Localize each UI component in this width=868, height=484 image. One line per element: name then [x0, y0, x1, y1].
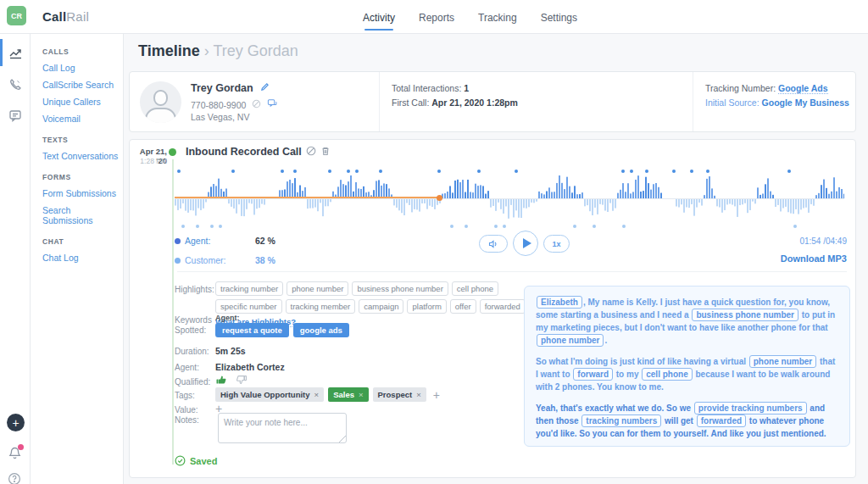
- waveform-canvas[interactable]: [175, 175, 844, 223]
- volume-button[interactable]: [479, 235, 508, 253]
- keyword-chip-request-a-quote[interactable]: request a quote: [215, 323, 289, 337]
- speaker-marker-dot[interactable]: [210, 225, 214, 228]
- keyword-marker-dot[interactable]: [281, 170, 284, 173]
- playback-progress-bar[interactable]: [175, 197, 439, 198]
- activity-chart-icon[interactable]: [0, 41, 31, 64]
- block-number-icon[interactable]: [249, 100, 261, 110]
- transcript-highlight-chip[interactable]: cell phone: [642, 368, 692, 381]
- speaker-marker-dot[interactable]: [219, 225, 222, 228]
- speaker-marker-dot[interactable]: [573, 225, 576, 228]
- speaker-marker-dot[interactable]: [450, 225, 453, 228]
- phone-calls-icon[interactable]: [0, 73, 31, 97]
- transcript-highlight-chip[interactable]: forward: [573, 368, 613, 381]
- sidebar-item-search-submissions[interactable]: Search Submissions: [42, 202, 123, 229]
- callrail-wordmark[interactable]: CallRail: [42, 9, 89, 24]
- sidebar-item-callscribe-search[interactable]: CallScribe Search: [42, 76, 123, 93]
- transcript-highlight-chip[interactable]: tracking numbers: [581, 414, 661, 427]
- highlight-chip-cell-phone[interactable]: cell phone: [452, 281, 498, 296]
- sidebar-item-call-log[interactable]: Call Log: [42, 59, 123, 76]
- add-icon[interactable]: +: [7, 414, 25, 431]
- transcript-highlight-chip[interactable]: provide tracking numbers: [694, 402, 807, 414]
- keyword-marker-dot[interactable]: [706, 170, 709, 173]
- chat-bubble-icon[interactable]: [0, 103, 31, 127]
- play-button[interactable]: [513, 231, 538, 256]
- highlight-chip-specific-number[interactable]: specific number: [215, 299, 282, 314]
- keyword-marker-dot[interactable]: [328, 170, 331, 173]
- breadcrumb-section[interactable]: Timeline: [138, 42, 200, 59]
- keyword-marker-dot[interactable]: [231, 170, 235, 173]
- keyword-marker-dot[interactable]: [347, 170, 350, 173]
- agent-dot-icon: [175, 238, 181, 244]
- keyword-marker-dot[interactable]: [477, 170, 481, 173]
- speaker-marker-dot[interactable]: [494, 225, 498, 228]
- keyword-marker-dot[interactable]: [379, 170, 382, 173]
- remove-tag-icon[interactable]: ×: [416, 390, 421, 399]
- remove-tag-icon[interactable]: ×: [314, 390, 320, 399]
- keyword-marker-dot[interactable]: [630, 170, 633, 173]
- top-nav-reports[interactable]: Reports: [419, 10, 454, 24]
- transcript-highlight-chip[interactable]: phone number: [537, 334, 604, 347]
- keyword-marker-dot[interactable]: [787, 170, 791, 173]
- top-nav-activity[interactable]: Activity: [363, 10, 395, 24]
- top-nav-tracking[interactable]: Tracking: [478, 10, 517, 24]
- delete-call-icon[interactable]: [320, 146, 331, 156]
- callrail-logo-badge[interactable]: CR: [7, 6, 26, 25]
- tracking-number-link[interactable]: Google Ads: [778, 83, 828, 94]
- highlight-chip-phone-number[interactable]: phone number: [287, 281, 348, 296]
- send-sms-icon[interactable]: [264, 100, 277, 110]
- thumbs-up-icon[interactable]: [215, 374, 227, 386]
- sidebar-item-unique-callers[interactable]: Unique Callers: [42, 93, 123, 110]
- call-card: Apr 21, '20 1:28 PM Inbound Recorded Cal…: [129, 139, 856, 478]
- keyword-marker-dot[interactable]: [437, 170, 441, 173]
- notifications-bell-icon[interactable]: [8, 446, 22, 460]
- highlight-chip-forwarded[interactable]: forwarded: [480, 299, 526, 314]
- keyword-marker-dot[interactable]: [645, 170, 648, 173]
- speaker-marker-dot[interactable]: [465, 225, 468, 228]
- help-icon[interactable]: [8, 472, 21, 484]
- keyword-marker-dot[interactable]: [293, 170, 297, 173]
- top-nav-settings[interactable]: Settings: [541, 10, 577, 24]
- tag-chip-prospect[interactable]: Prospect×: [373, 387, 426, 402]
- keyword-chip-google-ads[interactable]: google ads: [293, 323, 349, 337]
- remove-tag-icon[interactable]: ×: [359, 390, 364, 399]
- keyword-marker-dot[interactable]: [690, 170, 693, 173]
- block-call-icon[interactable]: [306, 146, 316, 156]
- transcript-highlight-chip[interactable]: forwarded: [697, 414, 746, 427]
- call-waveform[interactable]: [175, 165, 844, 231]
- contact-source: Tracking Number: Google Ads Initial Sour…: [693, 72, 855, 131]
- keyword-marker-dot[interactable]: [177, 170, 181, 173]
- download-mp3-link[interactable]: Download MP3: [781, 253, 847, 264]
- sidebar-item-text-conversations[interactable]: Text Conversations: [42, 147, 123, 164]
- speaker-marker-dot[interactable]: [196, 225, 199, 228]
- speaker-marker-dot[interactable]: [181, 225, 185, 228]
- highlight-chip-campaign[interactable]: campaign: [359, 299, 403, 314]
- highlight-chip-tracking-number[interactable]: tracking number: [215, 281, 283, 296]
- transcript-highlight-chip[interactable]: phone number: [749, 355, 816, 368]
- keyword-marker-dot[interactable]: [621, 170, 625, 173]
- speaker-marker-dot[interactable]: [503, 225, 506, 228]
- speaker-marker-dot[interactable]: [593, 225, 596, 228]
- highlight-chip-business-phone-number[interactable]: business phone number: [352, 281, 448, 296]
- keyword-marker-dot[interactable]: [355, 170, 359, 173]
- keyword-marker-dot[interactable]: [672, 170, 676, 173]
- playback-speed-button[interactable]: 1x: [543, 235, 570, 253]
- edit-name-icon[interactable]: [258, 82, 270, 94]
- highlight-chip-tracking-member[interactable]: tracking member: [286, 299, 356, 314]
- keyword-marker-dot[interactable]: [515, 170, 518, 173]
- play-icon: [523, 238, 531, 248]
- sidebar-item-form-submissions[interactable]: Form Submissions: [42, 185, 123, 202]
- highlight-chip-offer[interactable]: offer: [450, 299, 476, 314]
- tag-chip-sales[interactable]: Sales×: [328, 387, 368, 402]
- tag-chip-high-value-opportunity[interactable]: High Value Opportunity×: [215, 387, 324, 402]
- sidebar-item-chat-log[interactable]: Chat Log: [42, 249, 123, 266]
- thumbs-down-icon[interactable]: [236, 374, 248, 386]
- sidebar-item-voicemail[interactable]: Voicemail: [42, 110, 123, 127]
- notes-input[interactable]: [218, 413, 347, 443]
- add-tag-button[interactable]: +: [433, 388, 440, 402]
- speaker-marker-dot[interactable]: [622, 225, 626, 228]
- highlight-chip-platform[interactable]: platform: [407, 299, 446, 314]
- transcript-highlight-chip[interactable]: Elizabeth: [537, 296, 582, 309]
- transcript-highlight-chip[interactable]: business phone number: [692, 309, 798, 321]
- speaker-marker-dot[interactable]: [793, 225, 797, 228]
- call-transcript-panel[interactable]: Elizabeth, My name is Kelly. I just have…: [524, 286, 850, 447]
